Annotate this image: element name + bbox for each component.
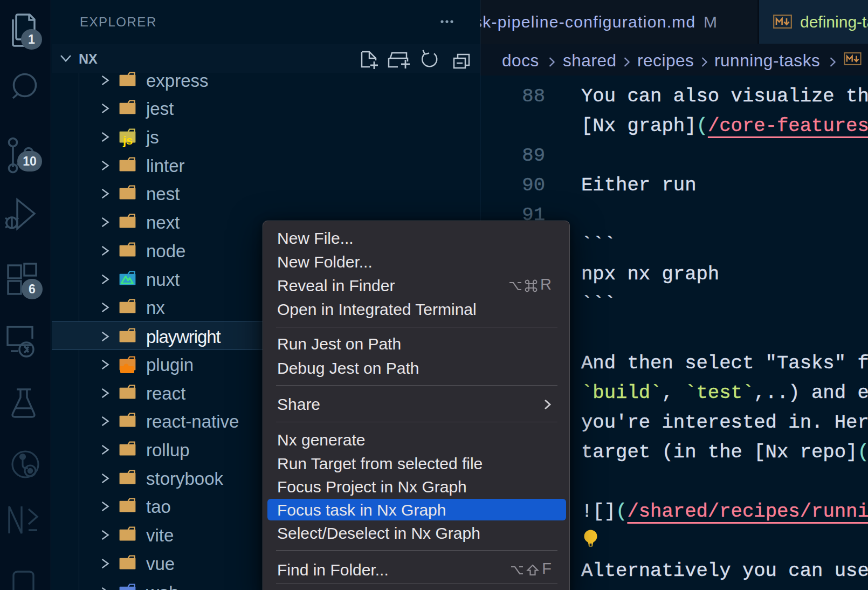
svg-text:js: js [122, 134, 133, 147]
